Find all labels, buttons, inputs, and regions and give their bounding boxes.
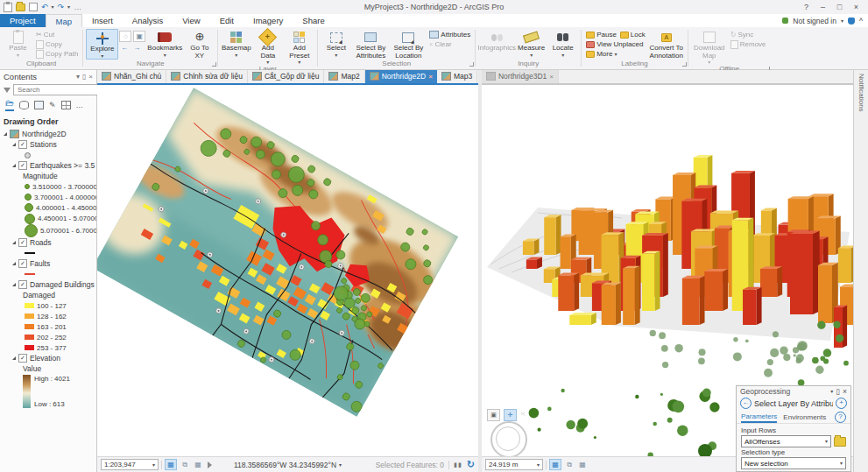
dialog-launcher-icon[interactable] xyxy=(469,62,474,67)
dialog-launcher-icon[interactable] xyxy=(212,62,216,67)
map-coordinates[interactable]: 118.3586569°W 34.2345992°N▾ xyxy=(234,461,342,469)
pause-drawing-icon[interactable]: ▮▮ xyxy=(454,461,462,468)
map-2d-canvas[interactable] xyxy=(97,85,478,456)
tab-project[interactable]: Project xyxy=(0,14,46,27)
view-unplaced-button[interactable]: View Unplaced xyxy=(584,39,647,49)
sign-in-caret-icon[interactable]: ▾ xyxy=(841,18,843,24)
view-tab[interactable]: Map3 xyxy=(437,70,477,83)
tab-parameters[interactable]: Parameters xyxy=(741,412,777,423)
save-icon[interactable] xyxy=(4,3,12,12)
download-map-button[interactable]: Download Map▾ xyxy=(691,29,728,65)
previous-extent-icon[interactable]: ← xyxy=(119,43,130,53)
tree-item-roads[interactable]: ✓Roads xyxy=(4,237,95,248)
copy-path-button[interactable]: Copy Path xyxy=(34,49,80,59)
tab-environments[interactable]: Environments xyxy=(783,413,826,422)
measure-button[interactable]: Measure▾ xyxy=(516,29,547,58)
tree-item-earthquakes[interactable]: ✓Earthquakes >= 3.5 xyxy=(4,160,95,171)
view-tab[interactable]: Map2 xyxy=(324,70,364,83)
tree-item-faults[interactable]: ✓Faults xyxy=(4,258,95,269)
checkbox[interactable]: ✓ xyxy=(18,238,27,247)
notifications-strip[interactable]: Notifications xyxy=(853,70,868,472)
tab-analysis[interactable]: Analysis xyxy=(123,14,173,27)
undo-icon[interactable]: ↶ xyxy=(41,4,48,11)
open-project-icon[interactable] xyxy=(16,4,25,11)
view-tab[interactable]: Chỉnh sửa dữ liệu xyxy=(166,70,248,83)
camera-height-input[interactable]: 24.919 m▾ xyxy=(485,459,543,470)
explore-button[interactable]: Explore▾ xyxy=(86,29,118,60)
filter-icon[interactable] xyxy=(4,88,11,93)
tab-view[interactable]: View xyxy=(173,14,209,27)
more-tools-icon[interactable]: … xyxy=(76,101,84,109)
select-by-attributes-button[interactable]: Select By Attributes xyxy=(352,29,389,60)
sign-in-status[interactable]: Not signed in xyxy=(793,17,836,25)
infographics-button[interactable]: Infographics xyxy=(478,29,515,53)
browse-folder-icon[interactable] xyxy=(834,437,846,447)
tree-item-elevation[interactable]: ✓Elevation xyxy=(4,353,95,363)
compass-ring[interactable] xyxy=(490,421,527,456)
input-rows-select[interactable]: AllOffenses▾ xyxy=(741,435,831,447)
layout-grid-icon[interactable]: ▦ xyxy=(549,459,561,470)
redo-icon[interactable]: ↷ xyxy=(58,4,65,11)
clear-button[interactable]: ×Clear xyxy=(427,39,472,49)
full-extent-icon[interactable]: ◌ xyxy=(119,31,131,42)
locate-button[interactable]: Locate▾ xyxy=(547,29,578,58)
view-tab-active[interactable]: Northridge2D× xyxy=(365,70,437,83)
notifications-tab-label[interactable]: Notifications xyxy=(857,74,865,472)
sync-button[interactable]: ↻Sync xyxy=(729,30,768,39)
road-symbol[interactable] xyxy=(25,252,35,254)
grid-toggle-icon[interactable]: ▦ xyxy=(193,460,203,469)
list-by-snapping-icon[interactable] xyxy=(61,101,71,109)
lock-labels-button[interactable]: Lock xyxy=(618,30,647,39)
minimize-button[interactable]: – xyxy=(815,0,831,14)
select-button[interactable]: Select▾ xyxy=(321,29,351,58)
nav-heading-icon[interactable]: ▣ xyxy=(487,409,500,421)
notifications-bell-icon[interactable] xyxy=(848,18,855,25)
close-tab-icon[interactable]: × xyxy=(428,73,433,81)
customize-qat-icon[interactable]: … xyxy=(74,4,81,11)
restore-button[interactable]: □ xyxy=(831,0,848,14)
view-tab-3d[interactable]: Northridge3D1× xyxy=(482,70,559,83)
tab-map[interactable]: Map xyxy=(46,14,82,27)
pause-labeling-button[interactable]: Pause xyxy=(584,30,618,39)
convert-to-annotation-button[interactable]: A Convert To Annotation xyxy=(648,29,685,60)
fixed-zoom-icon[interactable]: ▣ xyxy=(133,31,145,42)
list-by-selection-icon[interactable] xyxy=(34,101,44,109)
link-views-icon[interactable]: ⧉ xyxy=(564,460,575,469)
refresh-icon[interactable]: ↻ xyxy=(467,459,475,470)
list-by-editing-icon[interactable]: ✎ xyxy=(49,101,56,109)
dialog-launcher-icon[interactable] xyxy=(682,62,687,67)
copy-button[interactable]: Copy xyxy=(34,39,80,49)
selected-features-count[interactable]: Selected Features: 0 xyxy=(376,461,444,469)
list-by-data-source-icon[interactable] xyxy=(19,101,29,109)
tree-item-map[interactable]: Northridge2D xyxy=(4,129,95,139)
help-button[interactable]: ? xyxy=(798,0,815,14)
remove-button[interactable]: Remove xyxy=(729,39,768,49)
panel-menu-icon[interactable]: ▾ xyxy=(830,389,833,394)
basemap-button[interactable]: Basemap▾ xyxy=(221,29,251,58)
tree-item-stations[interactable]: ✓Stations xyxy=(4,139,95,150)
view-tab[interactable]: Nhãn_Ghi chú xyxy=(97,70,166,83)
close-panel-icon[interactable]: × xyxy=(88,73,93,81)
fault-symbol[interactable] xyxy=(25,273,35,275)
next-extent-icon[interactable]: → xyxy=(131,43,142,53)
redo-caret-icon[interactable]: ▾ xyxy=(67,4,70,10)
select-by-location-button[interactable]: Select By Location xyxy=(390,29,427,60)
nav-expand-icon[interactable]: ⁙ xyxy=(520,409,526,418)
new-window-icon[interactable] xyxy=(29,3,38,11)
add-data-button[interactable]: + Add Data▾ xyxy=(252,29,283,65)
checkbox[interactable]: ✓ xyxy=(18,354,27,363)
close-button[interactable]: × xyxy=(848,0,864,14)
checkbox[interactable]: ✓ xyxy=(18,161,27,170)
add-icon[interactable]: + xyxy=(836,398,847,409)
tree-item-damaged-buildings[interactable]: ✓Damaged Buildings xyxy=(4,279,95,290)
tab-imagery[interactable]: Imagery xyxy=(243,14,293,27)
list-by-drawing-order-icon[interactable]: 🗁 xyxy=(5,99,14,111)
map-scale-input[interactable]: 1:203,947▾ xyxy=(101,459,159,470)
link-views-icon[interactable]: ⧉ xyxy=(180,460,190,469)
back-icon[interactable]: ← xyxy=(740,398,752,409)
more-labeling-button[interactable]: More▾ xyxy=(584,49,647,59)
view-tab[interactable]: Phân tích dữ liệu11 xyxy=(477,70,478,83)
tab-share[interactable]: Share xyxy=(293,14,334,27)
add-preset-button[interactable]: Add Preset▾ xyxy=(284,29,314,65)
pin-icon[interactable]: ▯ xyxy=(836,387,840,396)
